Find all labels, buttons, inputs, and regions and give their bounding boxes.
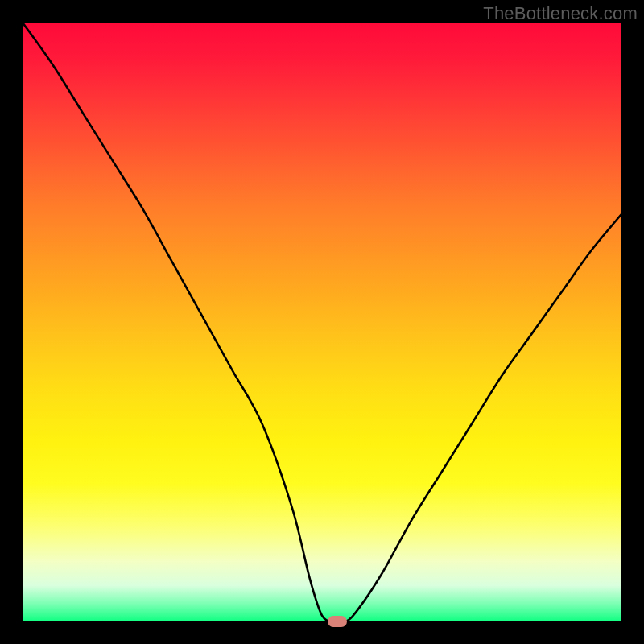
curve-path xyxy=(23,23,621,621)
watermark-text: TheBottleneck.com xyxy=(483,3,638,24)
bottleneck-curve xyxy=(23,23,621,621)
chart-plot-area xyxy=(23,23,621,621)
optimum-marker xyxy=(328,616,347,627)
chart-frame: TheBottleneck.com xyxy=(0,0,644,644)
